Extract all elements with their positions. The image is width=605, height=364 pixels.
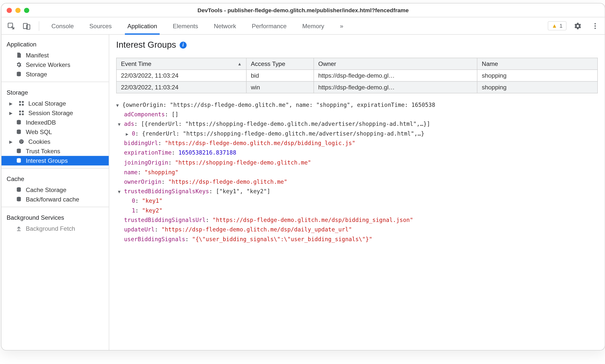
inspect-element-icon[interactable] (5, 20, 17, 32)
issues-count: 1 (559, 22, 563, 29)
chevron-down-icon[interactable]: ▼ (116, 102, 122, 109)
svg-point-5 (595, 27, 596, 29)
sidebar-item-indexeddb[interactable]: IndexedDB (1, 118, 109, 127)
svg-point-4 (595, 25, 596, 26)
sidebar-item-service-workers[interactable]: Service Workers (1, 60, 109, 69)
table-header-row: Event Time▲ Access Type Owner Name (116, 58, 598, 70)
sidebar-item-cache-storage[interactable]: Cache Storage (1, 185, 109, 194)
sidebar-item-websql[interactable]: Web SQL (1, 127, 109, 137)
inspector-row[interactable]: expirationTime: 1650538216.837188 (116, 148, 598, 158)
svg-rect-11 (19, 111, 21, 112)
sidebar-item-label: Service Workers (26, 61, 70, 68)
svg-point-17 (19, 139, 24, 144)
titlebar: DevTools - publisher-fledge-demo.glitch.… (1, 3, 605, 17)
tab-sources[interactable]: Sources (83, 17, 118, 34)
svg-rect-8 (22, 101, 24, 103)
tab-console[interactable]: Console (45, 17, 80, 34)
chevron-right-icon: ▶ (9, 101, 14, 106)
chevron-down-icon[interactable]: ▼ (118, 188, 124, 195)
window-title: DevTools - publisher-fledge-demo.glitch.… (1, 7, 605, 13)
minimize-window-button[interactable] (15, 7, 20, 13)
inspector-row[interactable]: ownerOrigin: "https://dsp-fledge-demo.gl… (116, 177, 598, 186)
traffic-lights (7, 7, 29, 13)
sidebar-item-manifest[interactable]: Manifest (1, 50, 109, 60)
devtools-window: DevTools - publisher-fledge-demo.glitch.… (1, 3, 605, 351)
grid-icon (18, 100, 25, 107)
inspector-row[interactable]: 0: "key1" (116, 196, 598, 206)
chevron-right-icon[interactable]: ▶ (126, 130, 132, 138)
tab-application[interactable]: Application (121, 17, 163, 34)
cookie-icon (18, 138, 25, 145)
sidebar-item-label: Back/forward cache (26, 196, 79, 203)
panel-title: Interest Groups i (116, 40, 598, 50)
inspector-row[interactable]: adComponents: [] (116, 110, 598, 119)
sidebar-item-interest-groups[interactable]: Interest Groups (1, 156, 109, 165)
toolbar-separator (39, 21, 39, 30)
sidebar-item-label: Trust Tokens (26, 148, 60, 155)
table-row[interactable]: 22/03/2022, 11:03:24 bid https://dsp-fle… (116, 70, 598, 81)
sidebar-item-label: Cache Storage (26, 186, 66, 193)
sidebar-item-background-fetch[interactable]: Background Fetch (1, 224, 109, 233)
database-icon (15, 157, 22, 164)
object-inspector: ▼ {ownerOrigin: "https://dsp-fledge-demo… (116, 100, 598, 244)
info-icon[interactable]: i (180, 41, 187, 48)
tab-elements[interactable]: Elements (167, 17, 204, 34)
inspector-row[interactable]: ▶ 0: {renderUrl: "https://shopping-fledg… (116, 129, 598, 139)
kebab-menu-icon[interactable] (589, 20, 601, 32)
sidebar-item-label: Manifest (26, 52, 49, 59)
database-icon (15, 71, 22, 78)
svg-rect-7 (19, 101, 21, 103)
sidebar-item-label: Web SQL (26, 129, 52, 136)
database-icon (15, 148, 22, 155)
col-name[interactable]: Name (477, 58, 598, 70)
col-access-type[interactable]: Access Type (246, 58, 314, 70)
col-event-time[interactable]: Event Time▲ (116, 58, 246, 70)
chevron-down-icon[interactable]: ▼ (118, 121, 124, 128)
sidebar-item-label: Local Storage (28, 100, 66, 107)
svg-rect-13 (19, 113, 21, 115)
inspector-row[interactable]: joiningOrigin: "https://shopping-fledge-… (116, 158, 598, 167)
tab-more[interactable]: » (334, 17, 349, 34)
sidebar-item-bfcache[interactable]: Back/forward cache (1, 194, 109, 204)
svg-point-18 (20, 141, 21, 141)
sidebar-heading-cache: Cache (1, 171, 109, 185)
inspector-row[interactable]: ▼ trustedBiddingSignalsKeys: ["key1", "k… (116, 187, 598, 196)
table-row[interactable]: 22/03/2022, 11:03:24 win https://dsp-fle… (116, 81, 598, 93)
issues-badge[interactable]: ▲ 1 (548, 21, 567, 30)
svg-rect-9 (19, 104, 21, 106)
device-toolbar-icon[interactable] (20, 20, 33, 32)
sidebar-item-session-storage[interactable]: ▶ Session Storage (1, 108, 109, 118)
inspector-row[interactable]: biddingUrl: "https://dsp-fledge-demo.gli… (116, 139, 598, 148)
sidebar-item-label: Background Fetch (26, 225, 75, 232)
svg-point-3 (595, 23, 596, 24)
inspector-row[interactable]: ▼ ads: [{renderUrl: "https://shopping-fl… (116, 120, 598, 129)
sidebar-heading-application: Application (1, 36, 109, 50)
svg-rect-10 (22, 104, 24, 106)
warning-icon: ▲ (552, 22, 557, 29)
sidebar-item-trust-tokens[interactable]: Trust Tokens (1, 146, 109, 156)
main-panel: Interest Groups i Event Time▲ Access Typ… (109, 35, 605, 350)
sidebar-item-label: Storage (26, 71, 47, 78)
inspector-row[interactable]: userBiddingSignals: "{\"user_bidding_sig… (116, 235, 598, 244)
col-owner[interactable]: Owner (314, 58, 477, 70)
inspector-row[interactable]: 1: "key2" (116, 206, 598, 215)
tab-network[interactable]: Network (208, 17, 242, 34)
settings-icon[interactable] (572, 20, 584, 32)
inspector-row[interactable]: name: "shopping" (116, 168, 598, 177)
sidebar-item-local-storage[interactable]: ▶ Local Storage (1, 99, 109, 108)
upload-icon (15, 225, 22, 232)
inspector-row[interactable]: ▼ {ownerOrigin: "https://dsp-fledge-demo… (116, 100, 598, 110)
sidebar-item-cookies[interactable]: ▶ Cookies (1, 137, 109, 146)
maximize-window-button[interactable] (24, 7, 29, 13)
inspector-row[interactable]: updateUrl: "https://dsp-fledge-demo.glit… (116, 225, 598, 235)
file-icon (15, 52, 22, 59)
tab-performance[interactable]: Performance (246, 17, 293, 34)
sidebar-item-storage[interactable]: Storage (1, 69, 109, 79)
svg-point-20 (21, 142, 21, 143)
tab-memory[interactable]: Memory (296, 17, 330, 34)
close-window-button[interactable] (7, 7, 12, 13)
interest-groups-table: Event Time▲ Access Type Owner Name 22/03… (116, 58, 598, 93)
inspector-row[interactable]: trustedBiddingSignalsUrl: "https://dsp-f… (116, 215, 598, 225)
grid-icon (18, 109, 25, 116)
svg-rect-12 (22, 111, 24, 112)
